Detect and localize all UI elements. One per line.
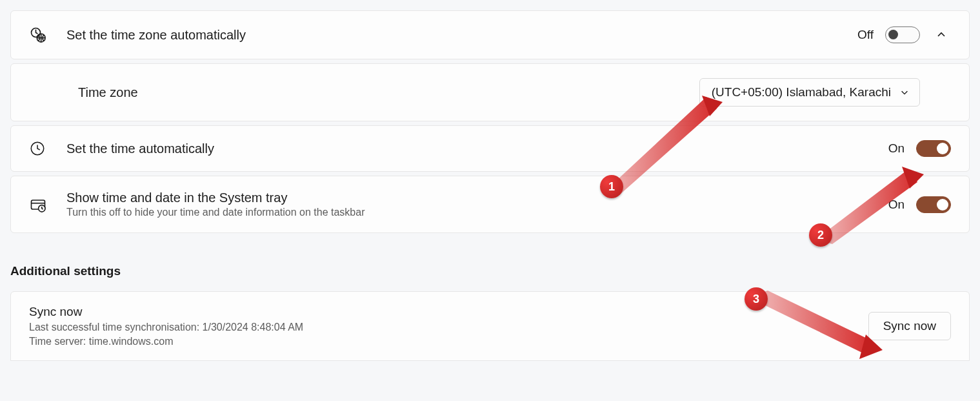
auto-time-zone-toggle[interactable]	[885, 26, 920, 43]
row-title: Time zone	[78, 85, 699, 100]
time-zone-select[interactable]: (UTC+05:00) Islamabad, Karachi	[699, 78, 920, 107]
chevron-down-icon	[900, 88, 909, 97]
row-sync-now: Sync now Last successful time synchronis…	[10, 291, 970, 361]
sync-now-button[interactable]: Sync now	[868, 312, 951, 340]
sync-title: Sync now	[29, 305, 868, 319]
row-set-time-zone-auto[interactable]: Set the time zone automatically Off	[10, 10, 970, 59]
row-subtitle: Turn this off to hide your time and date…	[66, 207, 888, 218]
sync-now-button-label: Sync now	[883, 319, 936, 333]
clock-icon	[29, 140, 66, 157]
chevron-up-icon	[936, 30, 946, 40]
row-title: Show time and date in the System tray	[66, 190, 888, 205]
sync-last-sync: Last successful time synchronisation: 1/…	[29, 322, 868, 333]
globe-clock-icon	[29, 26, 66, 44]
taskbar-clock-icon	[29, 196, 66, 214]
time-zone-selected-value: (UTC+05:00) Islamabad, Karachi	[712, 85, 891, 99]
row-title: Set the time zone automatically	[66, 28, 857, 43]
row-time-zone: Time zone (UTC+05:00) Islamabad, Karachi	[10, 63, 970, 121]
toggle-label: On	[888, 141, 905, 156]
system-tray-toggle[interactable]	[916, 196, 951, 213]
sync-time-server: Time server: time.windows.com	[29, 336, 868, 347]
row-title: Set the time automatically	[66, 141, 888, 156]
row-set-time-auto: Set the time automatically On	[10, 125, 970, 172]
toggle-label: Off	[857, 28, 874, 42]
auto-time-toggle[interactable]	[916, 140, 951, 157]
toggle-label: On	[888, 198, 905, 212]
row-system-tray-time: Show time and date in the System tray Tu…	[10, 176, 970, 233]
expand-collapse-button[interactable]	[932, 25, 951, 45]
section-heading-additional: Additional settings	[10, 264, 970, 278]
